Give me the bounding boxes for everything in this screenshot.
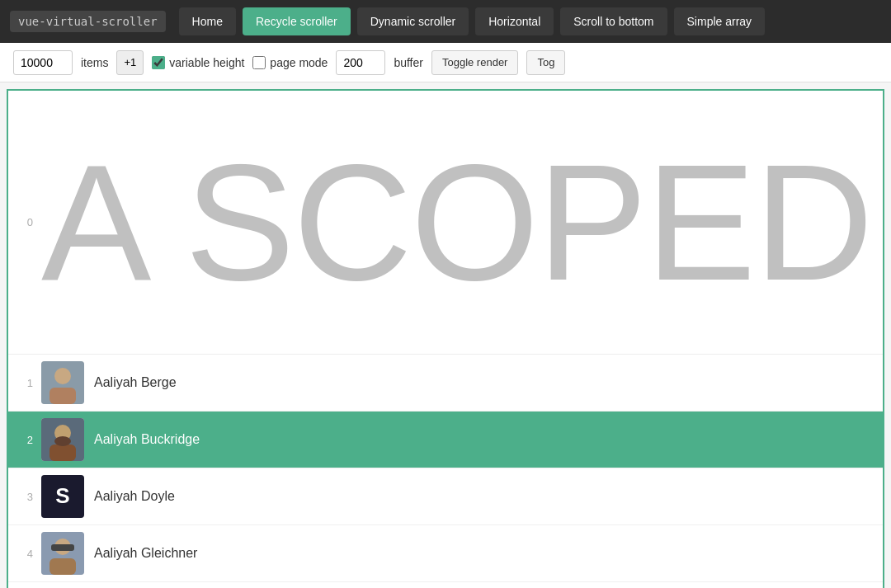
list-item[interactable]: 2Aaliyah Buckridge [8,412,883,468]
nav-simple-array[interactable]: Simple array [674,7,766,35]
svg-point-6 [54,436,71,446]
avatar [41,418,84,461]
list-item-index: 2 [8,434,41,446]
svg-rect-11 [51,544,74,551]
nav-recycle-scroller[interactable]: Recycle scroller [243,7,351,35]
page-mode-label: page mode [270,56,328,69]
toolbar: items +1 variable height page mode buffe… [0,43,891,82]
avatar [41,361,84,404]
toggle-render-button[interactable]: Toggle render [431,50,519,75]
variable-height-checkbox[interactable] [152,56,165,69]
scoped-header-row: 0 A SCOPED [8,91,883,355]
buffer-label: buffer [394,56,423,69]
toggle-button[interactable]: Tog [526,50,565,75]
nav-horizontal[interactable]: Horizontal [475,7,554,35]
nav-dynamic-scroller[interactable]: Dynamic scroller [357,7,469,35]
svg-rect-12 [50,558,76,575]
list-container: 1Aaliyah Berge2Aaliyah Buckridge3SAaliya… [8,355,883,588]
page-mode-wrapper: page mode [252,56,328,69]
page-mode-checkbox[interactable] [252,56,266,69]
avatar [41,532,84,575]
list-item-index: 3 [8,491,41,503]
svg-rect-2 [50,388,76,404]
variable-height-wrapper: variable height [152,56,244,69]
nav-scroll-to-bottom[interactable]: Scroll to bottom [560,7,667,35]
list-item[interactable]: 3SAaliyah Doyle [8,468,883,525]
plus-one-button[interactable]: +1 [116,50,144,75]
list-item[interactable]: 5Aaliyah Kohler [8,582,883,588]
items-label: items [81,56,108,69]
list-item-name: Aaliyah Gleichner [94,546,197,561]
navbar: vue-virtual-scroller Home Recycle scroll… [0,0,891,43]
buffer-input[interactable] [336,50,385,75]
brand-logo: vue-virtual-scroller [10,11,166,32]
scroller-container: 0 A SCOPED 1Aaliyah Berge2Aaliyah Buckri… [7,89,884,588]
list-item-index: 4 [8,548,41,560]
list-item-name: Aaliyah Berge [94,375,177,390]
list-item-name: Aaliyah Doyle [94,489,175,504]
svg-text:S: S [55,483,69,508]
scoped-text: A SCOPED [41,124,872,322]
list-item[interactable]: 1Aaliyah Berge [8,355,883,412]
items-count-input[interactable] [13,50,73,75]
list-item-name: Aaliyah Buckridge [94,432,200,447]
variable-height-label: variable height [169,56,244,69]
svg-point-1 [54,368,71,384]
avatar: S [41,475,84,518]
list-item-index: 1 [8,377,41,389]
scoped-row-index: 0 [8,216,41,228]
nav-home[interactable]: Home [179,7,236,35]
svg-rect-5 [50,445,76,461]
list-item[interactable]: 4Aaliyah Gleichner [8,525,883,582]
